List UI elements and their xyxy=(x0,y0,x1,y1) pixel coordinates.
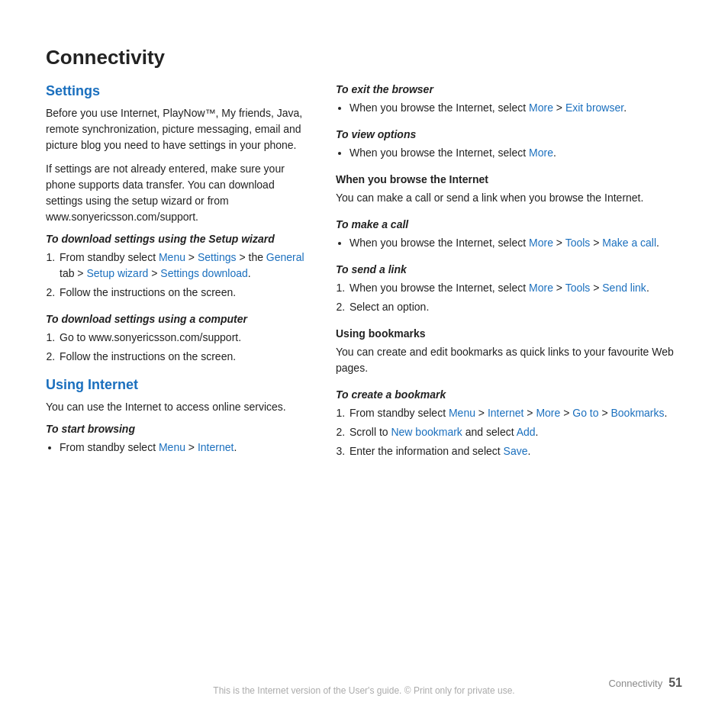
wizard-sep1: > xyxy=(185,251,198,263)
settings-section: Settings Before you use Internet, PlayNo… xyxy=(46,83,305,365)
cb-goto-link[interactable]: Go to xyxy=(572,407,598,419)
view-text-before: When you browse the Internet, select xyxy=(350,147,529,159)
make-call-sep2: > xyxy=(590,237,602,249)
create-bookmark-step-3: Enter the information and select Save. xyxy=(348,443,682,459)
make-call-link[interactable]: Make a call xyxy=(602,237,656,249)
settings-para2: If settings are not already entered, mak… xyxy=(46,161,305,225)
view-more-link[interactable]: More xyxy=(529,147,553,159)
wizard-text-after: . xyxy=(248,267,251,279)
make-call-text-before: When you browse the Internet, select xyxy=(350,237,529,249)
wizard-step1-text-before: From standby select xyxy=(60,251,159,263)
view-options-list: When you browse the Internet, select Mor… xyxy=(336,145,682,161)
computer-step1-text: Go to www.sonyericsson.com/support. xyxy=(60,331,241,343)
view-text-after: . xyxy=(553,147,556,159)
create-bookmark-section: To create a bookmark From standby select… xyxy=(336,388,682,459)
send-link-step-2: Select an option. xyxy=(348,299,682,315)
send-link-step2-text: Select an option. xyxy=(350,301,429,313)
computer-subsection: To download settings using a computer Go… xyxy=(46,313,305,365)
exit-text-after: . xyxy=(623,101,627,114)
send-link-link[interactable]: Send link xyxy=(602,282,646,294)
cb2-add-link[interactable]: Add xyxy=(517,426,536,438)
browsing-sep1: > xyxy=(185,441,198,453)
make-call-title: To make a call xyxy=(336,218,682,230)
wizard-step-2: Follow the instructions on the screen. xyxy=(58,285,305,301)
bookmarks-title: Using bookmarks xyxy=(336,327,682,340)
exit-sep1: > xyxy=(553,101,565,114)
browsing-text-before: From standby select xyxy=(60,441,159,453)
exit-browser-link[interactable]: Exit browser xyxy=(565,101,623,114)
make-call-tools-link[interactable]: Tools xyxy=(565,237,591,249)
make-call-item: When you browse the Internet, select Mor… xyxy=(350,235,682,251)
make-call-more-link[interactable]: More xyxy=(529,237,553,249)
exit-more-link[interactable]: More xyxy=(529,101,553,114)
exit-browser-title: To exit the browser xyxy=(336,83,682,95)
left-column: Settings Before you use Internet, PlayNo… xyxy=(46,83,305,472)
send-link-tools-link[interactable]: Tools xyxy=(565,282,591,294)
send-link-steps: When you browse the Internet, select Mor… xyxy=(336,280,682,315)
wizard-setup-link[interactable]: Setup wizard xyxy=(86,267,148,279)
send-link-step-1: When you browse the Internet, select Mor… xyxy=(348,280,682,296)
computer-title: To download settings using a computer xyxy=(46,313,305,325)
wizard-text-mid: > the xyxy=(237,251,266,263)
wizard-text-mid2: tab > xyxy=(60,267,86,279)
browsing-list: From standby select Menu > Internet. xyxy=(46,440,305,456)
cb-internet-link[interactable]: Internet xyxy=(488,407,523,419)
cb-menu-link[interactable]: Menu xyxy=(449,407,475,419)
wizard-subsection: To download settings using the Setup wiz… xyxy=(46,233,305,301)
bookmarks-section: Using bookmarks You can create and edit … xyxy=(336,327,682,376)
cb3-save-link[interactable]: Save xyxy=(504,445,528,457)
view-options-section: To view options When you browse the Inte… xyxy=(336,128,682,161)
right-column: To exit the browser When you browse the … xyxy=(336,83,682,472)
wizard-text-mid3: > xyxy=(148,267,160,279)
create-bookmark-step-2: Scroll to New bookmark and select Add. xyxy=(348,424,682,440)
cb2-text-after: . xyxy=(536,426,539,438)
cb2-text-mid: and select xyxy=(462,426,517,438)
send-link-more-link[interactable]: More xyxy=(529,282,553,294)
send-link-section: To send a link When you browse the Inter… xyxy=(336,263,682,315)
wizard-settings-link[interactable]: Settings xyxy=(198,251,237,263)
wizard-title: To download settings using the Setup wiz… xyxy=(46,233,305,245)
computer-step-1: Go to www.sonyericsson.com/support. xyxy=(58,330,305,346)
cb2-newbookmark-link[interactable]: New bookmark xyxy=(391,426,462,438)
browsing-internet-link[interactable]: Internet xyxy=(198,441,234,453)
make-call-section: To make a call When you browse the Inter… xyxy=(336,218,682,251)
cb-more-link[interactable]: More xyxy=(536,407,560,419)
send-link-title: To send a link xyxy=(336,263,682,275)
cb-text-mid: > xyxy=(523,407,536,419)
computer-step-2: Follow the instructions on the screen. xyxy=(58,349,305,365)
wizard-settingsdownload-link[interactable]: Settings download xyxy=(160,267,247,279)
cb-text-after: . xyxy=(665,407,668,419)
browse-internet-section: When you browse the Internet You can mak… xyxy=(336,173,682,206)
make-call-text-after: . xyxy=(656,237,659,249)
footer-disclaimer: This is the Internet version of the User… xyxy=(0,684,728,697)
cb2-text-before: Scroll to xyxy=(350,426,391,438)
cb-sep1: > xyxy=(475,407,488,419)
create-bookmark-step-1: From standby select Menu > Internet > Mo… xyxy=(348,405,682,421)
wizard-step2-text: Follow the instructions on the screen. xyxy=(60,286,236,298)
exit-browser-list: When you browse the Internet, select Mor… xyxy=(336,100,682,116)
browsing-text-after: . xyxy=(234,441,237,453)
wizard-step-1: From standby select Menu > Settings > th… xyxy=(58,250,305,282)
cb-sep3: > xyxy=(599,407,611,419)
create-bookmark-steps: From standby select Menu > Internet > Mo… xyxy=(336,405,682,459)
cb-text-before: From standby select xyxy=(350,407,449,419)
browsing-menu-link[interactable]: Menu xyxy=(159,441,185,453)
browse-internet-title: When you browse the Internet xyxy=(336,173,682,185)
send-link-sep1: > xyxy=(553,282,565,294)
send-link-sep2: > xyxy=(590,282,602,294)
browsing-title: To start browsing xyxy=(46,423,305,435)
cb-bookmarks-link[interactable]: Bookmarks xyxy=(610,407,664,419)
computer-step2-text: Follow the instructions on the screen. xyxy=(60,350,236,362)
view-options-title: To view options xyxy=(336,128,682,140)
exit-text-before: When you browse the Internet, select xyxy=(350,101,529,114)
internet-title: Using Internet xyxy=(46,377,305,393)
page-container: Connectivity Settings Before you use Int… xyxy=(0,0,728,728)
send-link-text-after: . xyxy=(646,282,649,294)
browse-internet-para: You can make a call or send a link when … xyxy=(336,190,682,206)
wizard-general-link[interactable]: General xyxy=(266,251,304,263)
two-column-layout: Settings Before you use Internet, PlayNo… xyxy=(46,83,682,472)
wizard-menu-link[interactable]: Menu xyxy=(159,251,185,263)
cb3-text-after: . xyxy=(527,445,530,457)
page-title: Connectivity xyxy=(46,46,682,69)
settings-title: Settings xyxy=(46,83,305,99)
